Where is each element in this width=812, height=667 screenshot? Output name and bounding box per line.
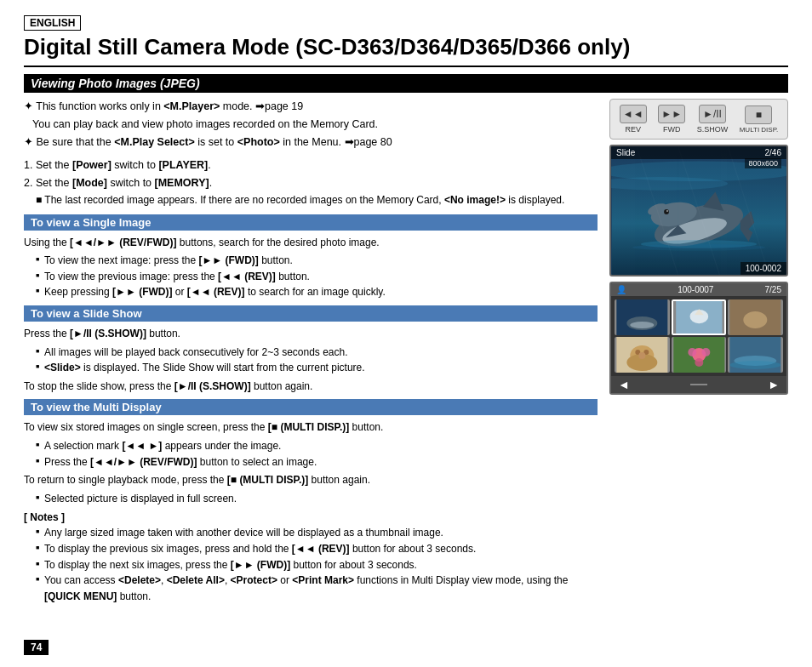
left-column: ✦ This function works only in <M.Player>… — [24, 99, 598, 607]
svg-point-20 — [630, 322, 654, 328]
rev-button[interactable]: ◄◄ REV — [620, 105, 647, 134]
photo-mode: Slide — [616, 148, 635, 157]
multi-bullet-2: Press the [◄◄/►► (REV/FWD)] button to se… — [36, 454, 598, 470]
single-bullet-3: Keep pressing [►► (FWD)] or [◄◄ (REV)] t… — [36, 284, 598, 300]
slide-show-header: To view a Slide Show — [24, 305, 598, 322]
svg-point-35 — [701, 348, 710, 356]
multi-nav-bar: ◄ ► — [611, 376, 786, 393]
thumbnail-grid — [611, 296, 786, 376]
single-image-body: Using the [◄◄/►► (REV/FWD)] buttons, sea… — [24, 235, 598, 251]
svg-point-11 — [664, 209, 669, 214]
thumb-2[interactable] — [672, 299, 727, 335]
control-bar: ◄◄ REV ►► FWD ►/II S.SHOW ■ MULTI DISP. — [609, 99, 788, 140]
right-column: ◄◄ REV ►► FWD ►/II S.SHOW ■ MULTI DISP. — [609, 99, 788, 607]
fwd-icon[interactable]: ►► — [658, 105, 685, 123]
fwd-label: FWD — [663, 125, 681, 134]
multi-top-bar: 👤 100-0007 7/25 — [611, 283, 786, 296]
svg-point-39 — [730, 361, 781, 369]
rev-icon[interactable]: ◄◄ — [620, 105, 647, 123]
notes-title: [ Notes ] — [24, 511, 598, 523]
slide-show-bullets: All images will be played back consecuti… — [36, 345, 598, 376]
intro-line2: ✦ Be sure that the <M.Play Select> is se… — [24, 134, 598, 151]
language-badge: ENGLISH — [24, 15, 81, 31]
section-header: Viewing Photo Images (JPEG) — [24, 74, 788, 93]
svg-point-31 — [638, 352, 645, 359]
note-1: Any large sized image taken with another… — [36, 525, 598, 541]
multi-fwd-btn[interactable]: ► — [768, 378, 780, 391]
multi-icon: 👤 — [616, 285, 626, 294]
nav-divider — [690, 384, 707, 385]
single-bullet-2: To view the previous image: press the [◄… — [36, 269, 598, 285]
page-title: Digital Still Camera Mode (SC-D363/D364/… — [24, 34, 788, 67]
multidisp-button[interactable]: ■ MULTI DISP. — [740, 105, 779, 134]
single-image-bullets: To view the next image: press the [►► (F… — [36, 253, 598, 300]
multi-frame: 7/25 — [765, 285, 781, 294]
content-area: ✦ This function works only in <M.Player>… — [24, 99, 788, 607]
rev-label: REV — [625, 125, 641, 134]
multi-bullets: A selection mark [◄◄ ►] appears under th… — [36, 438, 598, 470]
page-number: 74 — [24, 640, 49, 655]
photo-info-bar: Slide 2/46 — [611, 146, 786, 159]
page: ENGLISH Digital Still Camera Mode (SC-D3… — [0, 0, 812, 667]
intro-line1: ✦ This function works only in <M.Player>… — [24, 99, 598, 115]
sshow-icon[interactable]: ►/II — [699, 105, 726, 123]
note-3: To display the next six images, press th… — [36, 557, 598, 573]
thumb-4[interactable] — [615, 337, 670, 373]
intro-section: ✦ This function works only in <M.Player>… — [24, 99, 598, 150]
photo-frame: 2/46 — [765, 148, 781, 157]
slide-bullet-2: <Slide> is displayed. The Slide Show wil… — [36, 360, 598, 376]
svg-point-34 — [688, 348, 696, 356]
multi-bullet-1: A selection mark [◄◄ ►] appears under th… — [36, 438, 598, 454]
multi-body1: To view six stored images on single scre… — [24, 419, 598, 436]
slide-bullet-1: All images will be played back consecuti… — [36, 345, 598, 361]
step2-note: ■ The last recorded image appears. If th… — [24, 192, 598, 208]
note-2: To display the previous six images, pres… — [36, 541, 598, 557]
sshow-label: S.SHOW — [697, 125, 729, 134]
multidisp-label: MULTI DISP. — [740, 126, 779, 134]
photo-file-id: 100-0002 — [741, 262, 786, 275]
multi-bullets2: Selected picture is displayed in full sc… — [36, 491, 598, 507]
step2: 2. Set the [Mode] switch to [MEMORY]. — [24, 174, 598, 191]
thumb-3[interactable] — [728, 299, 783, 335]
multi-body2: To return to single playback mode, press… — [24, 472, 598, 488]
photo-resolution: 800x600 — [745, 158, 781, 168]
svg-point-14 — [632, 244, 765, 251]
svg-point-36 — [695, 358, 703, 367]
note-4: You can access <Delete>, <Delete All>, <… — [36, 573, 598, 604]
intro-line1b: You can play back and view photo images … — [24, 117, 598, 133]
photo-display: Slide 2/46 — [609, 145, 788, 276]
notes-list: Any large sized image taken with another… — [36, 525, 598, 604]
svg-point-25 — [744, 311, 768, 328]
multi-bullet2-1: Selected picture is displayed in full sc… — [36, 491, 598, 507]
multi-rev-btn[interactable]: ◄ — [618, 378, 630, 391]
single-image-header: To view a Single Image — [24, 214, 598, 231]
multi-file-id: 100-0007 — [678, 285, 713, 294]
thumb-1[interactable] — [615, 299, 670, 335]
notes-section: [ Notes ] Any large sized image taken wi… — [24, 511, 598, 604]
sshow-button[interactable]: ►/II S.SHOW — [697, 105, 729, 134]
slide-stop-text: To stop the slide show, press the [►/II … — [24, 379, 598, 395]
thumb-5[interactable] — [672, 337, 727, 373]
slide-show-body: Press the [►/II (S.SHOW)] button. — [24, 326, 598, 342]
single-bullet-1: To view the next image: press the [►► (F… — [36, 253, 598, 269]
multi-display-header: To view the Multi Display — [24, 399, 598, 415]
thumb-6[interactable] — [728, 337, 783, 373]
multi-display: 👤 100-0007 7/25 — [609, 282, 788, 395]
step1: 1. Set the [Power] switch to [PLAYER]. — [24, 157, 598, 174]
svg-point-12 — [666, 210, 668, 212]
fwd-button[interactable]: ►► FWD — [658, 105, 685, 134]
multidisp-icon[interactable]: ■ — [745, 105, 772, 124]
steps-section: 1. Set the [Power] switch to [PLAYER]. 2… — [24, 157, 598, 208]
